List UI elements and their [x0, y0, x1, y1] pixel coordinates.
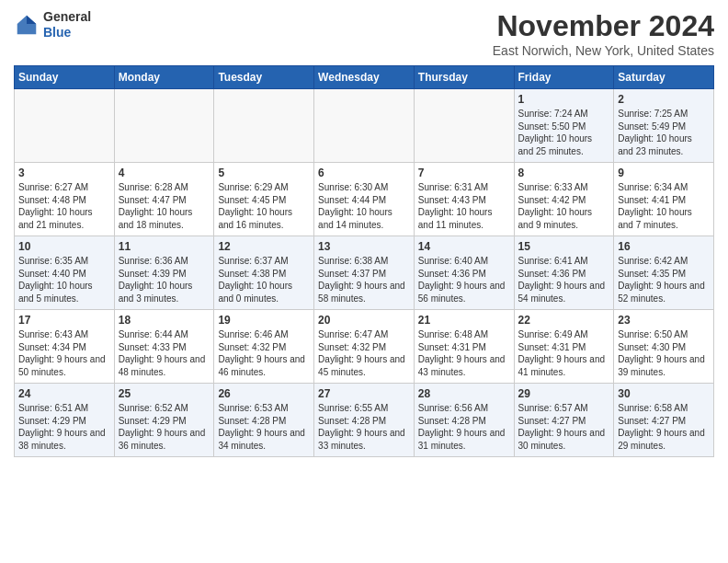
weekday-header-cell: Monday	[114, 66, 214, 89]
calendar-cell: 8Sunrise: 6:33 AM Sunset: 4:42 PM Daylig…	[514, 163, 614, 236]
day-number: 19	[218, 314, 310, 327]
day-info: Sunrise: 7:24 AM Sunset: 5:50 PM Dayligh…	[518, 108, 610, 157]
day-number: 23	[618, 314, 710, 327]
day-number: 18	[119, 314, 210, 327]
day-info: Sunrise: 6:29 AM Sunset: 4:45 PM Dayligh…	[218, 181, 310, 231]
day-info: Sunrise: 6:58 AM Sunset: 4:27 PM Dayligh…	[618, 402, 710, 452]
day-info: Sunrise: 6:27 AM Sunset: 4:48 PM Dayligh…	[18, 181, 110, 231]
logo-text: General Blue	[43, 9, 91, 40]
calendar-cell: 29Sunrise: 6:57 AM Sunset: 4:27 PM Dayli…	[514, 384, 614, 457]
day-number: 14	[418, 240, 510, 253]
calendar-cell: 20Sunrise: 6:47 AM Sunset: 4:32 PM Dayli…	[314, 310, 415, 384]
day-info: Sunrise: 6:36 AM Sunset: 4:39 PM Dayligh…	[119, 255, 210, 304]
day-number: 26	[218, 387, 310, 400]
calendar-body: 1Sunrise: 7:24 AM Sunset: 5:50 PM Daylig…	[15, 89, 714, 457]
day-number: 15	[518, 240, 610, 253]
day-info: Sunrise: 6:31 AM Sunset: 4:43 PM Dayligh…	[418, 181, 510, 231]
day-info: Sunrise: 6:46 AM Sunset: 4:32 PM Dayligh…	[218, 328, 310, 378]
calendar-cell: 3Sunrise: 6:27 AM Sunset: 4:48 PM Daylig…	[15, 163, 115, 236]
day-info: Sunrise: 6:40 AM Sunset: 4:36 PM Dayligh…	[418, 255, 510, 304]
calendar-cell: 23Sunrise: 6:50 AM Sunset: 4:30 PM Dayli…	[614, 310, 714, 384]
day-info: Sunrise: 6:49 AM Sunset: 4:31 PM Dayligh…	[518, 328, 610, 378]
day-info: Sunrise: 6:52 AM Sunset: 4:29 PM Dayligh…	[119, 402, 210, 452]
calendar-week-row: 3Sunrise: 6:27 AM Sunset: 4:48 PM Daylig…	[15, 163, 714, 236]
calendar-cell: 30Sunrise: 6:58 AM Sunset: 4:27 PM Dayli…	[614, 384, 714, 457]
day-number: 29	[518, 387, 610, 400]
calendar-cell: 7Sunrise: 6:31 AM Sunset: 4:43 PM Daylig…	[414, 163, 514, 236]
day-info: Sunrise: 7:25 AM Sunset: 5:49 PM Dayligh…	[618, 108, 710, 157]
day-info: Sunrise: 6:41 AM Sunset: 4:36 PM Dayligh…	[518, 255, 610, 304]
day-number: 4	[119, 167, 210, 179]
day-info: Sunrise: 6:51 AM Sunset: 4:29 PM Dayligh…	[18, 402, 110, 452]
page-header: General Blue November 2024 East Norwich,…	[14, 9, 714, 58]
day-number: 7	[418, 167, 510, 179]
day-number: 24	[18, 387, 110, 400]
calendar-cell: 25Sunrise: 6:52 AM Sunset: 4:29 PM Dayli…	[114, 384, 214, 457]
day-info: Sunrise: 6:42 AM Sunset: 4:35 PM Dayligh…	[618, 255, 710, 304]
logo: General Blue	[14, 9, 91, 40]
weekday-header-cell: Tuesday	[214, 66, 314, 89]
day-number: 22	[518, 314, 610, 327]
day-number: 30	[618, 387, 710, 400]
calendar-week-row: 10Sunrise: 6:35 AM Sunset: 4:40 PM Dayli…	[15, 236, 714, 310]
calendar-cell: 12Sunrise: 6:37 AM Sunset: 4:38 PM Dayli…	[214, 236, 314, 310]
calendar-cell: 5Sunrise: 6:29 AM Sunset: 4:45 PM Daylig…	[214, 163, 314, 236]
day-info: Sunrise: 6:44 AM Sunset: 4:33 PM Dayligh…	[119, 328, 210, 378]
calendar-week-row: 17Sunrise: 6:43 AM Sunset: 4:34 PM Dayli…	[15, 310, 714, 384]
day-info: Sunrise: 6:43 AM Sunset: 4:34 PM Dayligh…	[18, 328, 110, 378]
day-number: 2	[618, 93, 710, 106]
day-info: Sunrise: 6:37 AM Sunset: 4:38 PM Dayligh…	[218, 255, 310, 304]
day-info: Sunrise: 6:55 AM Sunset: 4:28 PM Dayligh…	[318, 402, 410, 452]
weekday-header-cell: Sunday	[15, 66, 115, 89]
day-info: Sunrise: 6:33 AM Sunset: 4:42 PM Dayligh…	[518, 181, 610, 231]
day-number: 12	[218, 240, 310, 253]
calendar-cell: 15Sunrise: 6:41 AM Sunset: 4:36 PM Dayli…	[514, 236, 614, 310]
calendar-cell: 16Sunrise: 6:42 AM Sunset: 4:35 PM Dayli…	[614, 236, 714, 310]
title-block: November 2024 East Norwich, New York, Un…	[493, 9, 714, 58]
logo-general: General	[43, 9, 91, 25]
day-number: 27	[318, 387, 410, 400]
calendar-cell: 11Sunrise: 6:36 AM Sunset: 4:39 PM Dayli…	[114, 236, 214, 310]
day-info: Sunrise: 6:28 AM Sunset: 4:47 PM Dayligh…	[119, 181, 210, 231]
day-number: 1	[518, 93, 610, 106]
day-number: 11	[119, 240, 210, 253]
logo-blue: Blue	[43, 25, 91, 40]
calendar-cell	[114, 89, 214, 163]
day-number: 21	[418, 314, 510, 327]
weekday-header-row: SundayMondayTuesdayWednesdayThursdayFrid…	[15, 66, 714, 89]
calendar-cell: 28Sunrise: 6:56 AM Sunset: 4:28 PM Dayli…	[414, 384, 514, 457]
day-number: 13	[318, 240, 410, 253]
day-number: 9	[618, 167, 710, 179]
calendar-cell: 27Sunrise: 6:55 AM Sunset: 4:28 PM Dayli…	[314, 384, 415, 457]
calendar-cell: 18Sunrise: 6:44 AM Sunset: 4:33 PM Dayli…	[114, 310, 214, 384]
location-text: East Norwich, New York, United States	[493, 43, 714, 58]
month-title: November 2024	[493, 9, 714, 43]
calendar-cell: 19Sunrise: 6:46 AM Sunset: 4:32 PM Dayli…	[214, 310, 314, 384]
day-number: 16	[618, 240, 710, 253]
day-number: 10	[18, 240, 110, 253]
calendar-cell: 2Sunrise: 7:25 AM Sunset: 5:49 PM Daylig…	[614, 89, 714, 163]
day-number: 5	[218, 167, 310, 179]
calendar-cell: 24Sunrise: 6:51 AM Sunset: 4:29 PM Dayli…	[15, 384, 115, 457]
calendar-cell: 17Sunrise: 6:43 AM Sunset: 4:34 PM Dayli…	[15, 310, 115, 384]
calendar-cell	[15, 89, 115, 163]
day-number: 25	[119, 387, 210, 400]
calendar-cell: 21Sunrise: 6:48 AM Sunset: 4:31 PM Dayli…	[414, 310, 514, 384]
calendar-cell: 26Sunrise: 6:53 AM Sunset: 4:28 PM Dayli…	[214, 384, 314, 457]
calendar-cell: 9Sunrise: 6:34 AM Sunset: 4:41 PM Daylig…	[614, 163, 714, 236]
calendar-cell: 10Sunrise: 6:35 AM Sunset: 4:40 PM Dayli…	[15, 236, 115, 310]
logo-icon	[14, 12, 40, 38]
calendar-cell	[414, 89, 514, 163]
day-info: Sunrise: 6:47 AM Sunset: 4:32 PM Dayligh…	[318, 328, 410, 378]
calendar-cell: 4Sunrise: 6:28 AM Sunset: 4:47 PM Daylig…	[114, 163, 214, 236]
day-number: 6	[318, 167, 410, 179]
weekday-header-cell: Friday	[514, 66, 614, 89]
calendar-table: SundayMondayTuesdayWednesdayThursdayFrid…	[14, 65, 714, 457]
day-info: Sunrise: 6:35 AM Sunset: 4:40 PM Dayligh…	[18, 255, 110, 304]
day-info: Sunrise: 6:56 AM Sunset: 4:28 PM Dayligh…	[418, 402, 510, 452]
calendar-cell: 1Sunrise: 7:24 AM Sunset: 5:50 PM Daylig…	[514, 89, 614, 163]
weekday-header-cell: Thursday	[414, 66, 514, 89]
weekday-header-cell: Saturday	[614, 66, 714, 89]
day-info: Sunrise: 6:48 AM Sunset: 4:31 PM Dayligh…	[418, 328, 510, 378]
calendar-week-row: 24Sunrise: 6:51 AM Sunset: 4:29 PM Dayli…	[15, 384, 714, 457]
